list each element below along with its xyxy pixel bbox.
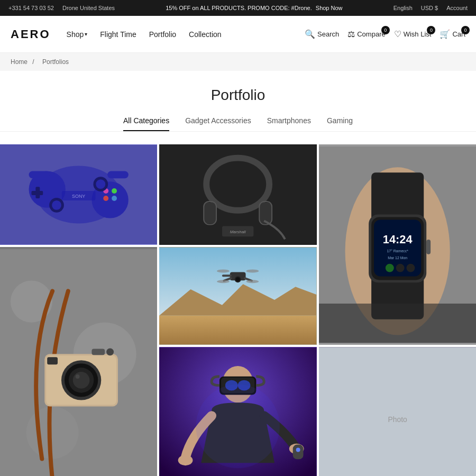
shop-now-link[interactable]: Shop Now [316, 5, 343, 11]
grid-item-drone-desert[interactable] [159, 247, 316, 345]
language-selector[interactable]: English [393, 5, 413, 11]
svg-point-68 [217, 280, 230, 283]
location: Drone United States [62, 5, 115, 11]
svg-point-45 [26, 406, 79, 459]
svg-rect-22 [260, 203, 272, 224]
top-bar: +331 54 73 03 52 Drone United States 15%… [0, 0, 476, 16]
grid-item-apple-watch[interactable]: 14:24 17° Ramecc* Mar 12 Mon [319, 144, 476, 345]
cart-icon: 🛒 [440, 29, 450, 39]
nav-shop[interactable]: Shop ▾ [67, 30, 88, 39]
cart-badge: 0 [461, 26, 470, 34]
compare-icon: ⚖ [347, 29, 355, 39]
main-content: Portfolio All Categories Gadget Accessor… [0, 71, 476, 476]
svg-point-15 [96, 179, 105, 189]
account-link[interactable]: Account [446, 5, 468, 11]
breadcrumb-current: Portfolios [42, 58, 69, 66]
chevron-down-icon: ▾ [85, 31, 87, 37]
nav-portfolio[interactable]: Portfolio [149, 30, 176, 39]
grid-item-ps-controller[interactable]: SONY [0, 144, 157, 245]
svg-rect-41 [319, 304, 476, 343]
portfolio-grid: SONY [0, 144, 476, 476]
cart-action[interactable]: 🛒 0 Cart [440, 29, 465, 39]
compare-action[interactable]: ⚖ 0 Compare [347, 29, 385, 39]
tab-gaming[interactable]: Gaming [327, 116, 353, 131]
svg-point-13 [52, 200, 61, 210]
wishlist-action[interactable]: ♡ 0 Wish List [394, 29, 432, 39]
currency-selector[interactable]: USD $ [421, 5, 438, 11]
svg-point-67 [246, 269, 259, 272]
svg-rect-65 [222, 274, 232, 277]
wishlist-badge: 0 [427, 26, 435, 34]
page-title: Portfolio [0, 87, 476, 104]
svg-point-52 [76, 374, 80, 379]
top-bar-left: +331 54 73 03 52 Drone United States [8, 5, 115, 11]
svg-rect-79 [293, 445, 304, 460]
svg-point-80 [296, 448, 300, 452]
breadcrumb-home[interactable]: Home [11, 58, 28, 66]
svg-point-39 [406, 264, 415, 272]
site-header: AERO Shop ▾ Flight Time Portfolio Collec… [0, 16, 476, 53]
svg-point-37 [386, 264, 394, 272]
svg-point-81 [196, 385, 280, 469]
svg-text:Photo: Photo [388, 415, 407, 424]
grid-item-vr-user[interactable] [159, 347, 316, 476]
svg-point-51 [73, 372, 90, 389]
header-right: 🔍 Search ⚖ 0 Compare ♡ 0 Wish List 🛒 0 C… [305, 29, 465, 39]
svg-text:Mar 12 Mon: Mar 12 Mon [388, 256, 407, 260]
svg-rect-5 [31, 191, 43, 195]
svg-text:17° Ramecc*: 17° Ramecc* [387, 249, 408, 253]
svg-text:SONY: SONY [72, 194, 85, 199]
grid-item-headphones[interactable]: Marshall [159, 144, 316, 245]
phone-number: +331 54 73 03 52 [8, 5, 54, 11]
svg-rect-21 [204, 203, 217, 224]
search-icon: 🔍 [305, 29, 315, 39]
svg-point-69 [246, 280, 259, 283]
compare-badge: 0 [381, 26, 390, 34]
tab-smartphones[interactable]: Smartphones [267, 116, 311, 131]
svg-text:Marshall: Marshall [230, 230, 246, 234]
nav-collection[interactable]: Collection [189, 30, 221, 39]
svg-rect-105 [319, 347, 476, 476]
category-tabs: All Categories Gadget Accessories Smartp… [0, 116, 476, 132]
heart-icon: ♡ [394, 29, 401, 39]
svg-text:14:24: 14:24 [382, 233, 412, 246]
search-action[interactable]: 🔍 Search [305, 29, 339, 39]
tab-all-categories[interactable]: All Categories [123, 116, 169, 131]
top-bar-promo: 15% OFF on ALL PRODUCTS. PROMO CODE: #Dr… [166, 5, 342, 11]
grid-item-extra[interactable]: Photo [319, 347, 476, 476]
svg-rect-16 [29, 171, 50, 178]
svg-rect-55 [47, 357, 58, 364]
svg-rect-53 [91, 349, 105, 355]
tab-gadget-accessories[interactable]: Gadget Accessories [185, 116, 251, 131]
svg-rect-40 [426, 240, 431, 254]
svg-rect-59 [159, 316, 316, 345]
svg-point-66 [217, 269, 230, 272]
breadcrumb: Home / Portfolios [0, 53, 476, 71]
svg-point-7 [112, 196, 117, 201]
svg-point-9 [103, 196, 108, 201]
svg-rect-17 [107, 171, 129, 178]
svg-point-54 [106, 348, 114, 355]
svg-point-62 [236, 277, 240, 281]
svg-point-8 [112, 188, 117, 194]
svg-point-38 [396, 264, 404, 272]
search-label: Search [317, 30, 339, 38]
header-left: AERO Shop ▾ Flight Time Portfolio Collec… [11, 28, 222, 41]
top-bar-right: English USD $ Account [393, 5, 468, 11]
site-logo[interactable]: AERO [11, 28, 51, 41]
grid-item-camera[interactable] [0, 247, 157, 476]
main-nav: Shop ▾ Flight Time Portfolio Collection [67, 30, 222, 39]
nav-flight-time[interactable]: Flight Time [100, 30, 136, 39]
svg-point-77 [178, 455, 193, 465]
